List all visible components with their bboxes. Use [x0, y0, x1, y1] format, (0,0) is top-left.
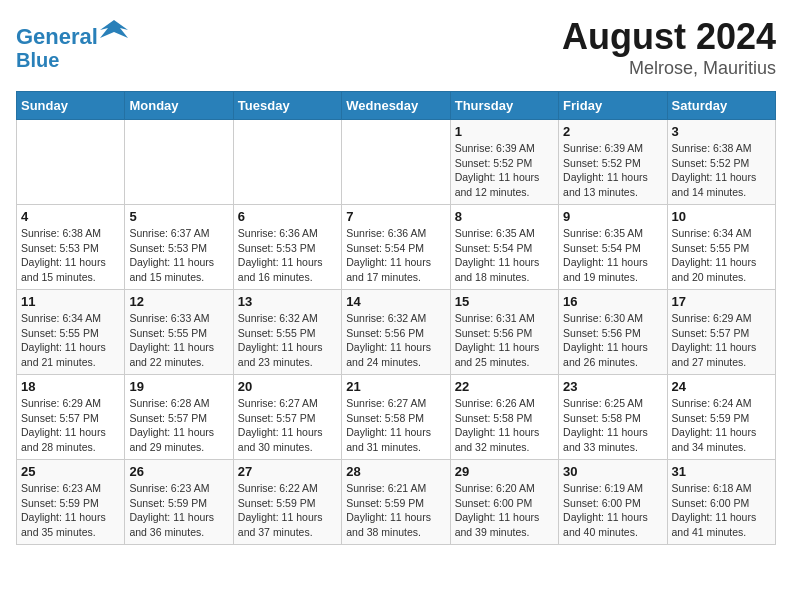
day-info: Sunrise: 6:38 AM Sunset: 5:52 PM Dayligh… [672, 141, 771, 200]
day-number: 25 [21, 464, 120, 479]
day-number: 12 [129, 294, 228, 309]
day-info: Sunrise: 6:34 AM Sunset: 5:55 PM Dayligh… [21, 311, 120, 370]
day-info: Sunrise: 6:22 AM Sunset: 5:59 PM Dayligh… [238, 481, 337, 540]
weekday-friday: Friday [559, 92, 667, 120]
day-number: 30 [563, 464, 662, 479]
day-number: 23 [563, 379, 662, 394]
weekday-wednesday: Wednesday [342, 92, 450, 120]
calendar-cell [17, 120, 125, 205]
day-number: 6 [238, 209, 337, 224]
day-info: Sunrise: 6:27 AM Sunset: 5:57 PM Dayligh… [238, 396, 337, 455]
calendar-cell: 25Sunrise: 6:23 AM Sunset: 5:59 PM Dayli… [17, 460, 125, 545]
calendar-cell: 19Sunrise: 6:28 AM Sunset: 5:57 PM Dayli… [125, 375, 233, 460]
day-info: Sunrise: 6:33 AM Sunset: 5:55 PM Dayligh… [129, 311, 228, 370]
calendar-cell: 15Sunrise: 6:31 AM Sunset: 5:56 PM Dayli… [450, 290, 558, 375]
calendar-cell: 3Sunrise: 6:38 AM Sunset: 5:52 PM Daylig… [667, 120, 775, 205]
calendar-cell: 28Sunrise: 6:21 AM Sunset: 5:59 PM Dayli… [342, 460, 450, 545]
calendar-week-1: 4Sunrise: 6:38 AM Sunset: 5:53 PM Daylig… [17, 205, 776, 290]
weekday-monday: Monday [125, 92, 233, 120]
logo-bird-icon [100, 16, 128, 44]
weekday-tuesday: Tuesday [233, 92, 341, 120]
day-info: Sunrise: 6:39 AM Sunset: 5:52 PM Dayligh… [455, 141, 554, 200]
calendar-cell: 6Sunrise: 6:36 AM Sunset: 5:53 PM Daylig… [233, 205, 341, 290]
day-number: 2 [563, 124, 662, 139]
calendar-cell: 14Sunrise: 6:32 AM Sunset: 5:56 PM Dayli… [342, 290, 450, 375]
day-number: 10 [672, 209, 771, 224]
calendar-week-0: 1Sunrise: 6:39 AM Sunset: 5:52 PM Daylig… [17, 120, 776, 205]
day-number: 15 [455, 294, 554, 309]
calendar-cell: 12Sunrise: 6:33 AM Sunset: 5:55 PM Dayli… [125, 290, 233, 375]
day-info: Sunrise: 6:19 AM Sunset: 6:00 PM Dayligh… [563, 481, 662, 540]
day-number: 29 [455, 464, 554, 479]
day-info: Sunrise: 6:35 AM Sunset: 5:54 PM Dayligh… [563, 226, 662, 285]
day-info: Sunrise: 6:29 AM Sunset: 5:57 PM Dayligh… [672, 311, 771, 370]
day-number: 3 [672, 124, 771, 139]
logo-blue: Blue [16, 49, 128, 71]
day-info: Sunrise: 6:35 AM Sunset: 5:54 PM Dayligh… [455, 226, 554, 285]
calendar-cell: 8Sunrise: 6:35 AM Sunset: 5:54 PM Daylig… [450, 205, 558, 290]
calendar-cell: 23Sunrise: 6:25 AM Sunset: 5:58 PM Dayli… [559, 375, 667, 460]
calendar-cell: 4Sunrise: 6:38 AM Sunset: 5:53 PM Daylig… [17, 205, 125, 290]
day-info: Sunrise: 6:23 AM Sunset: 5:59 PM Dayligh… [129, 481, 228, 540]
calendar-cell: 31Sunrise: 6:18 AM Sunset: 6:00 PM Dayli… [667, 460, 775, 545]
location: Melrose, Mauritius [562, 58, 776, 79]
day-number: 4 [21, 209, 120, 224]
calendar-cell: 29Sunrise: 6:20 AM Sunset: 6:00 PM Dayli… [450, 460, 558, 545]
day-number: 18 [21, 379, 120, 394]
calendar-cell: 22Sunrise: 6:26 AM Sunset: 5:58 PM Dayli… [450, 375, 558, 460]
day-info: Sunrise: 6:23 AM Sunset: 5:59 PM Dayligh… [21, 481, 120, 540]
day-info: Sunrise: 6:37 AM Sunset: 5:53 PM Dayligh… [129, 226, 228, 285]
calendar-cell [233, 120, 341, 205]
calendar-cell: 17Sunrise: 6:29 AM Sunset: 5:57 PM Dayli… [667, 290, 775, 375]
weekday-thursday: Thursday [450, 92, 558, 120]
day-info: Sunrise: 6:36 AM Sunset: 5:53 PM Dayligh… [238, 226, 337, 285]
day-number: 13 [238, 294, 337, 309]
day-number: 19 [129, 379, 228, 394]
calendar-cell: 26Sunrise: 6:23 AM Sunset: 5:59 PM Dayli… [125, 460, 233, 545]
day-info: Sunrise: 6:25 AM Sunset: 5:58 PM Dayligh… [563, 396, 662, 455]
calendar-cell: 16Sunrise: 6:30 AM Sunset: 5:56 PM Dayli… [559, 290, 667, 375]
calendar-cell [125, 120, 233, 205]
day-number: 16 [563, 294, 662, 309]
day-info: Sunrise: 6:24 AM Sunset: 5:59 PM Dayligh… [672, 396, 771, 455]
day-info: Sunrise: 6:32 AM Sunset: 5:56 PM Dayligh… [346, 311, 445, 370]
day-number: 8 [455, 209, 554, 224]
calendar-cell: 24Sunrise: 6:24 AM Sunset: 5:59 PM Dayli… [667, 375, 775, 460]
day-number: 26 [129, 464, 228, 479]
logo-text: General [16, 16, 128, 49]
day-number: 9 [563, 209, 662, 224]
day-info: Sunrise: 6:32 AM Sunset: 5:55 PM Dayligh… [238, 311, 337, 370]
calendar-cell: 1Sunrise: 6:39 AM Sunset: 5:52 PM Daylig… [450, 120, 558, 205]
day-info: Sunrise: 6:30 AM Sunset: 5:56 PM Dayligh… [563, 311, 662, 370]
day-number: 27 [238, 464, 337, 479]
calendar-cell: 2Sunrise: 6:39 AM Sunset: 5:52 PM Daylig… [559, 120, 667, 205]
day-info: Sunrise: 6:18 AM Sunset: 6:00 PM Dayligh… [672, 481, 771, 540]
calendar-cell: 9Sunrise: 6:35 AM Sunset: 5:54 PM Daylig… [559, 205, 667, 290]
logo: General Blue [16, 16, 128, 71]
calendar-cell: 27Sunrise: 6:22 AM Sunset: 5:59 PM Dayli… [233, 460, 341, 545]
calendar-week-2: 11Sunrise: 6:34 AM Sunset: 5:55 PM Dayli… [17, 290, 776, 375]
day-info: Sunrise: 6:31 AM Sunset: 5:56 PM Dayligh… [455, 311, 554, 370]
day-number: 20 [238, 379, 337, 394]
day-info: Sunrise: 6:38 AM Sunset: 5:53 PM Dayligh… [21, 226, 120, 285]
weekday-sunday: Sunday [17, 92, 125, 120]
calendar-cell: 5Sunrise: 6:37 AM Sunset: 5:53 PM Daylig… [125, 205, 233, 290]
calendar-week-3: 18Sunrise: 6:29 AM Sunset: 5:57 PM Dayli… [17, 375, 776, 460]
day-number: 14 [346, 294, 445, 309]
day-number: 7 [346, 209, 445, 224]
calendar-week-4: 25Sunrise: 6:23 AM Sunset: 5:59 PM Dayli… [17, 460, 776, 545]
calendar-table: SundayMondayTuesdayWednesdayThursdayFrid… [16, 91, 776, 545]
day-number: 21 [346, 379, 445, 394]
month-title: August 2024 Melrose, Mauritius [562, 16, 776, 79]
day-number: 17 [672, 294, 771, 309]
calendar-cell: 18Sunrise: 6:29 AM Sunset: 5:57 PM Dayli… [17, 375, 125, 460]
month-year: August 2024 [562, 16, 776, 58]
calendar-cell: 20Sunrise: 6:27 AM Sunset: 5:57 PM Dayli… [233, 375, 341, 460]
day-number: 28 [346, 464, 445, 479]
day-number: 22 [455, 379, 554, 394]
day-info: Sunrise: 6:34 AM Sunset: 5:55 PM Dayligh… [672, 226, 771, 285]
day-info: Sunrise: 6:27 AM Sunset: 5:58 PM Dayligh… [346, 396, 445, 455]
day-info: Sunrise: 6:20 AM Sunset: 6:00 PM Dayligh… [455, 481, 554, 540]
page-header: General Blue August 2024 Melrose, Maurit… [16, 16, 776, 79]
day-info: Sunrise: 6:39 AM Sunset: 5:52 PM Dayligh… [563, 141, 662, 200]
